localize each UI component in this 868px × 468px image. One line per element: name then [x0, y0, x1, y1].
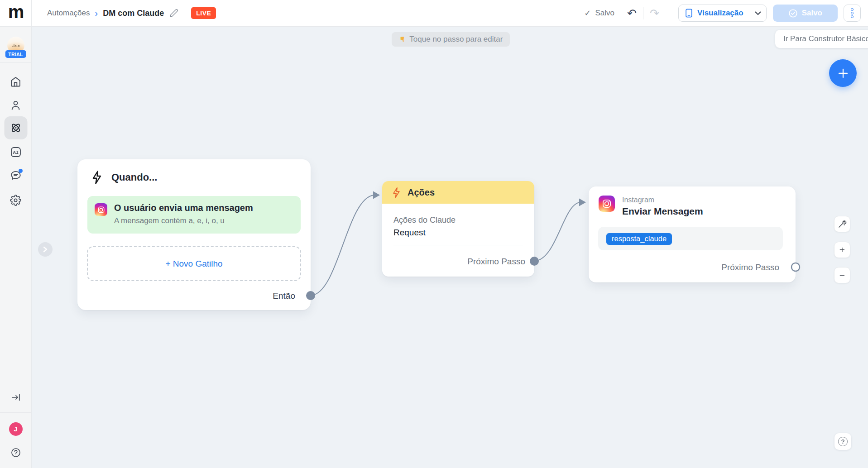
question-mark-icon: ? — [838, 437, 848, 446]
next-step-output-label: Próximo Passo — [467, 257, 525, 267]
preview-button-label: Visualização — [697, 9, 743, 18]
collapse-arrow-icon — [11, 392, 21, 402]
trigger-card[interactable]: O usuário envia uma mensagem A mensagem … — [87, 196, 301, 234]
kebab-icon — [851, 8, 854, 11]
preview-dropdown-toggle[interactable] — [750, 5, 766, 21]
connector-then-to-actions — [311, 195, 374, 296]
add-step-button[interactable] — [829, 59, 857, 87]
notification-dot — [19, 169, 23, 173]
action-app-label: Ações do Claude — [393, 215, 534, 225]
live-status-badge: LIVE — [191, 7, 216, 19]
node-trigger[interactable]: Quando... O usuário envia uma mensagem A… — [77, 159, 311, 310]
trigger-node-title: Quando... — [111, 172, 157, 183]
channel-label: Instagram — [622, 196, 703, 204]
message-content-box[interactable]: resposta_claude — [598, 227, 783, 250]
device-phone-icon — [685, 9, 693, 18]
divider — [643, 7, 643, 19]
chevron-down-icon — [755, 11, 761, 15]
hint-tooltip-text: Toque no passo para editar — [409, 35, 503, 44]
trigger-card-title: O usuário envia uma mensagem — [114, 202, 253, 214]
magic-wand-icon — [838, 220, 847, 229]
chevron-right-icon — [43, 246, 48, 253]
sidebar-collapse-toggle[interactable] — [9, 391, 23, 404]
node-actions[interactable]: Ações Ações do Claude Request Próximo Pa… — [382, 181, 534, 277]
trial-badge: TRIAL — [5, 50, 26, 58]
arrowhead-instagram — [579, 199, 586, 206]
pointing-down-icon: ☛ — [398, 36, 406, 43]
undo-button[interactable]: ↶ — [627, 8, 637, 19]
preview-button[interactable]: Visualização — [679, 5, 750, 21]
flow-title: DM com Claude — [103, 9, 164, 18]
sidebar-item-ai[interactable]: AI — [9, 145, 23, 159]
actions-node-title: Ações — [408, 187, 435, 198]
rename-flow-button[interactable] — [169, 9, 178, 18]
trigger-node-header: Quando... — [77, 159, 311, 185]
breadcrumb-separator: › — [95, 9, 98, 18]
zoom-in-button[interactable]: + — [834, 242, 850, 258]
save-status: ✓ Salvo — [584, 8, 614, 18]
save-button-label: Salvo — [802, 9, 822, 18]
next-step-output-label: Próximo Passo — [721, 263, 779, 272]
person-icon — [10, 100, 21, 111]
hint-tooltip: ☛ Toque no passo para editar — [392, 32, 510, 47]
gear-icon — [10, 195, 21, 206]
trigger-card-subtitle: A mensagem contém a, e, i, o, u — [114, 215, 253, 226]
node-instagram-send-message[interactable]: Instagram Enviar Mensagem resposta_claud… — [589, 186, 796, 282]
preview-split-button[interactable]: Visualização — [678, 5, 767, 22]
help-button[interactable]: ? — [834, 433, 851, 450]
question-mark-icon — [10, 447, 21, 458]
automation-icon — [10, 122, 22, 134]
instagram-node-title: Enviar Mensagem — [622, 205, 703, 217]
sidebar-item-settings[interactable] — [9, 193, 23, 207]
check-icon: ✓ — [584, 8, 591, 18]
expand-panel-handle[interactable] — [38, 242, 53, 257]
sidebar-item-home[interactable] — [9, 75, 23, 88]
instagram-icon — [95, 203, 107, 216]
plus-icon — [837, 67, 849, 79]
instagram-node-header: Instagram Enviar Mensagem — [589, 186, 796, 217]
variable-tag: resposta_claude — [606, 233, 672, 245]
lightning-icon — [391, 187, 402, 198]
pencil-icon — [169, 9, 178, 18]
manychat-logo-icon: m — [8, 3, 24, 21]
flow-canvas[interactable]: ☛ Toque no passo para editar Ir Para Con… — [0, 0, 868, 468]
arrowhead-actions — [373, 191, 380, 199]
basic-builder-button[interactable]: Ir Para Construtor Básico — [775, 30, 868, 48]
breadcrumb-automations-link[interactable]: Automações — [47, 9, 90, 18]
svg-text:AI: AI — [13, 150, 18, 155]
save-button[interactable]: Salvo — [773, 5, 838, 22]
divider — [393, 245, 523, 245]
divider — [0, 62, 31, 63]
user-avatar[interactable]: J — [9, 422, 23, 436]
auto-arrange-button[interactable] — [834, 216, 850, 232]
then-output-label: Então — [273, 291, 295, 301]
sidebar-item-help[interactable] — [9, 446, 23, 459]
redo-button: ↷ — [650, 8, 659, 19]
check-circle-icon — [788, 9, 798, 18]
new-trigger-button[interactable]: + Novo Gatilho — [87, 246, 301, 281]
action-name-label: Request — [393, 228, 534, 238]
sidebar-item-automation[interactable] — [4, 116, 27, 139]
more-options-button[interactable] — [844, 5, 861, 22]
home-icon — [10, 76, 21, 87]
breadcrumb: Automações › DM com Claude — [47, 9, 178, 18]
app-logo[interactable]: m — [0, 0, 32, 26]
lightning-icon — [90, 170, 104, 185]
topbar: m Automações › DM com Claude LIVE ✓ Salv… — [0, 0, 868, 27]
divider — [0, 412, 31, 413]
workspace-avatar-label: clara — [12, 43, 19, 48]
connector-actions-to-instagram — [534, 202, 580, 261]
actions-node-header: Ações — [382, 181, 534, 204]
ai-icon: AI — [10, 146, 22, 158]
save-status-label: Salvo — [595, 9, 614, 18]
sidebar-item-contacts[interactable] — [9, 98, 23, 112]
sidebar: clara TRIAL AI J — [0, 27, 32, 468]
zoom-out-button[interactable]: − — [834, 267, 850, 283]
user-initial: J — [14, 425, 18, 433]
instagram-icon — [599, 196, 615, 212]
topbar-actions: ✓ Salvo ↶ ↷ Visualização Salvo — [584, 5, 861, 22]
